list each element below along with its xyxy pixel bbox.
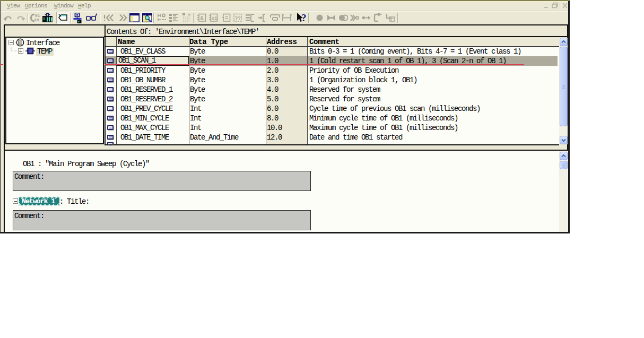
svg-text:??: ?? xyxy=(235,16,241,21)
svg-text:&: & xyxy=(201,15,204,21)
svg-text:10: 10 xyxy=(34,18,39,22)
svg-text:≥1: ≥1 xyxy=(212,16,217,21)
svg-text:=: = xyxy=(225,15,228,21)
svg-text:?: ? xyxy=(301,12,307,23)
